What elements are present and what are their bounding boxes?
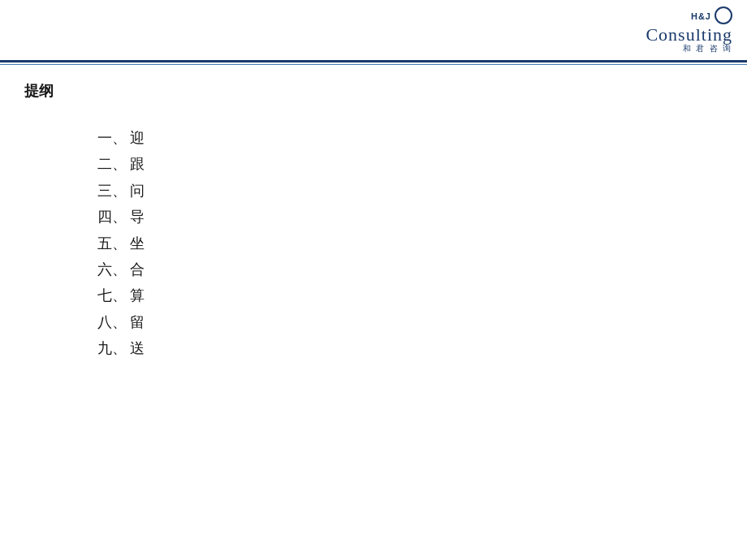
outline-number: 三、 bbox=[97, 178, 127, 204]
outline-text: 导 bbox=[130, 204, 145, 230]
outline-number: 六、 bbox=[97, 256, 127, 282]
outline-text: 送 bbox=[130, 335, 145, 361]
outline-text: 跟 bbox=[130, 151, 145, 177]
outline-number: 九、 bbox=[97, 335, 127, 361]
outline-number: 四、 bbox=[97, 204, 127, 230]
header-divider bbox=[0, 60, 747, 65]
logo-circle-icon bbox=[715, 6, 732, 24]
logo-top: H&J bbox=[691, 8, 732, 26]
outline-item: 三、问 bbox=[97, 178, 723, 204]
divider-thick bbox=[0, 60, 747, 62]
outline-item: 四、导 bbox=[97, 204, 723, 230]
outline-number: 二、 bbox=[97, 151, 127, 177]
outline-text: 合 bbox=[130, 256, 145, 282]
outline-item: 八、留 bbox=[97, 309, 723, 335]
divider-thin bbox=[0, 64, 747, 65]
outline-item: 九、送 bbox=[97, 335, 723, 361]
outline-text: 问 bbox=[130, 178, 145, 204]
main-content: 提纲 一、迎二、跟三、问四、导五、坐六、合七、算八、留九、送 bbox=[0, 69, 747, 374]
outline-text: 坐 bbox=[130, 230, 145, 256]
outline-number: 八、 bbox=[97, 309, 127, 335]
logo-chinese-text: 和 君 咨 询 bbox=[683, 45, 733, 53]
logo-consulting-text: Consulting bbox=[646, 26, 732, 44]
header: H&J Consulting 和 君 咨 询 bbox=[0, 0, 747, 60]
page-title: 提纲 bbox=[24, 81, 723, 101]
outline-text: 算 bbox=[130, 282, 145, 308]
outline-number: 五、 bbox=[97, 230, 127, 256]
outline-item: 一、迎 bbox=[97, 125, 723, 151]
outline-text: 迎 bbox=[130, 125, 145, 151]
outline-list: 一、迎二、跟三、问四、导五、坐六、合七、算八、留九、送 bbox=[97, 125, 723, 362]
logo: H&J Consulting 和 君 咨 询 bbox=[646, 8, 732, 53]
outline-item: 五、坐 bbox=[97, 230, 723, 256]
outline-text: 留 bbox=[130, 309, 145, 335]
outline-item: 二、跟 bbox=[97, 151, 723, 177]
consulting-label: Consulting bbox=[646, 24, 732, 45]
outline-item: 六、合 bbox=[97, 256, 723, 282]
outline-number: 七、 bbox=[97, 282, 127, 308]
logo-hj-text: H&J bbox=[691, 12, 711, 21]
outline-number: 一、 bbox=[97, 125, 127, 151]
outline-item: 七、算 bbox=[97, 282, 723, 308]
